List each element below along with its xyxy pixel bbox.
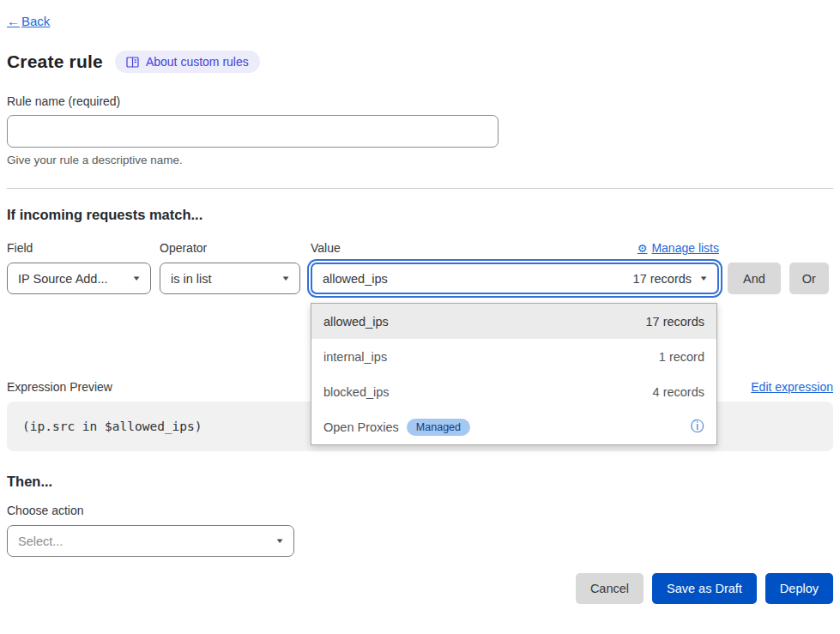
about-badge-label: About custom rules: [146, 55, 249, 69]
chevron-down-icon: ▼: [275, 537, 284, 545]
gear-icon: ⚙: [638, 242, 648, 255]
value-label-row: Value ⚙ Manage lists: [311, 241, 719, 255]
value-select-value: allowed_ips: [323, 272, 388, 286]
operator-select-value: is in list: [171, 272, 212, 286]
then-section-heading: Then...: [7, 474, 833, 490]
expression-preview-label: Expression Preview: [7, 380, 112, 394]
field-select[interactable]: IP Source Add... ▼: [7, 263, 151, 294]
list-item-record-count: 4 records: [653, 385, 704, 399]
value-select[interactable]: allowed_ips 17 records ▼: [311, 263, 719, 294]
book-icon: [126, 57, 139, 68]
list-item-allowed-ips[interactable]: allowed_ips 17 records: [311, 304, 716, 339]
list-item-blocked-ips[interactable]: blocked_ips 4 records: [311, 374, 716, 409]
edit-expression-link[interactable]: Edit expression: [751, 380, 833, 394]
about-custom-rules-link[interactable]: About custom rules: [115, 51, 260, 73]
create-rule-page: ←Back Create rule About custom rules Rul…: [0, 0, 840, 604]
page-title: Create rule: [7, 51, 103, 72]
list-item-name: allowed_ips: [323, 315, 389, 329]
chevron-down-icon: ▼: [131, 275, 141, 282]
ip-list-dropdown-menu: allowed_ips 17 records internal_ips 1 re…: [311, 303, 717, 445]
match-section-heading: If incoming requests match...: [7, 207, 833, 223]
title-row: Create rule About custom rules: [7, 51, 833, 73]
manage-lists-link[interactable]: ⚙ Manage lists: [638, 241, 719, 255]
condition-labels-row: Field Operator Value ⚙ Manage lists: [7, 241, 833, 255]
deploy-button[interactable]: Deploy: [765, 573, 833, 604]
back-link-label: Back: [21, 14, 50, 28]
value-label: Value: [311, 241, 341, 255]
manage-lists-label: Manage lists: [651, 241, 719, 255]
save-as-draft-button[interactable]: Save as Draft: [652, 573, 757, 604]
list-item-name: blocked_ips: [323, 385, 390, 399]
list-item-name: Open Proxies: [323, 420, 399, 434]
condition-row: IP Source Add... ▼ is in list ▼ allowed_…: [7, 263, 833, 294]
managed-badge: Managed: [407, 419, 470, 436]
rule-name-input[interactable]: [7, 115, 499, 148]
and-button[interactable]: And: [728, 263, 781, 294]
section-divider: [7, 188, 833, 189]
chevron-down-icon: ▼: [281, 275, 290, 282]
rule-name-helper: Give your rule a descriptive name.: [7, 154, 833, 166]
action-select-placeholder: Select...: [18, 534, 63, 548]
arrow-left-icon: ←: [7, 14, 20, 28]
info-icon[interactable]: ⓘ: [691, 418, 704, 436]
back-row: ←Back: [7, 14, 833, 28]
list-item-record-count: 1 record: [659, 350, 704, 364]
back-link[interactable]: ←Back: [7, 14, 50, 28]
operator-select[interactable]: is in list ▼: [160, 263, 300, 294]
value-select-meta-group: 17 records ▼: [633, 272, 707, 286]
list-item-name: internal_ips: [323, 350, 387, 364]
action-select[interactable]: Select... ▼: [7, 525, 294, 557]
list-item-open-proxies[interactable]: Open Proxies Managed ⓘ: [311, 409, 716, 444]
field-select-value: IP Source Add...: [18, 272, 108, 286]
operator-label: Operator: [160, 241, 300, 255]
list-item-left: Open Proxies Managed: [323, 419, 470, 436]
rule-name-label: Rule name (required): [7, 94, 833, 108]
list-item-internal-ips[interactable]: internal_ips 1 record: [311, 339, 716, 374]
footer-actions: Cancel Save as Draft Deploy: [7, 573, 833, 604]
value-select-wrap: allowed_ips 17 records ▼ allowed_ips 17 …: [311, 263, 719, 294]
field-label: Field: [7, 241, 151, 255]
cancel-button[interactable]: Cancel: [576, 573, 644, 604]
value-select-record-count: 17 records: [633, 272, 692, 286]
list-item-record-count: 17 records: [645, 315, 704, 329]
chevron-down-icon: ▼: [698, 275, 708, 282]
or-button[interactable]: Or: [789, 263, 829, 294]
expression-code: (ip.src in $allowed_ips): [22, 420, 202, 433]
choose-action-label: Choose action: [7, 504, 833, 517]
